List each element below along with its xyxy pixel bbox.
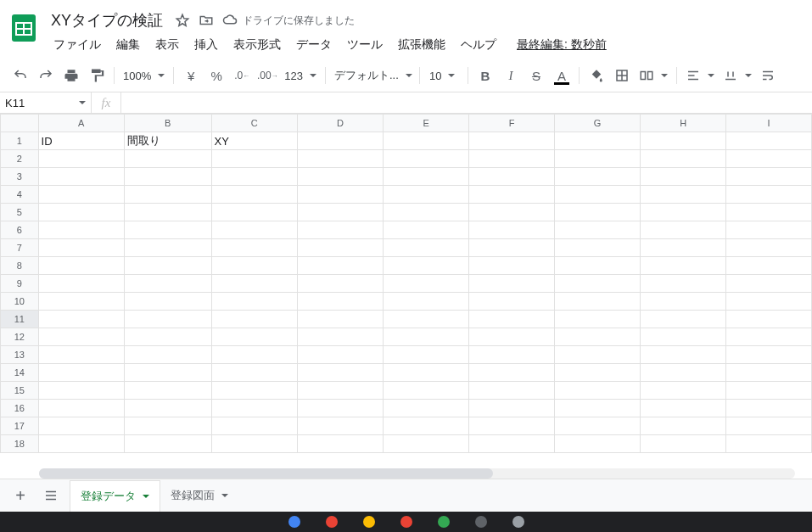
cell-B13[interactable] [124,346,211,364]
menu-表示形式[interactable]: 表示形式 [227,34,287,56]
cell-H14[interactable] [641,364,726,382]
cell-C3[interactable] [211,168,298,186]
cell-A17[interactable] [38,417,124,435]
cell-B4[interactable] [124,186,211,204]
column-header-E[interactable]: E [384,115,469,132]
add-sheet-icon[interactable]: + [8,484,32,507]
bold-icon[interactable]: B [473,64,497,87]
cell-A16[interactable] [38,400,124,417]
print-icon[interactable] [59,64,83,87]
taskbar-app-icon[interactable] [438,516,450,528]
currency-button[interactable]: ¥ [179,64,203,87]
cell-H15[interactable] [641,382,726,400]
cell-H8[interactable] [641,257,726,275]
cell-C2[interactable] [211,150,298,168]
cell-C18[interactable] [211,435,298,453]
cell-E14[interactable] [384,364,469,382]
fill-color-icon[interactable] [585,64,608,87]
cell-G14[interactable] [555,364,641,382]
cell-G11[interactable] [555,311,641,328]
cell-A4[interactable] [38,186,124,204]
taskbar-app-icon[interactable] [475,516,487,528]
cell-I18[interactable] [726,435,812,453]
cell-D6[interactable] [298,221,384,239]
cell-E1[interactable] [384,132,469,150]
cell-D11[interactable] [298,311,384,328]
cell-D4[interactable] [298,186,384,204]
cell-G10[interactable] [555,293,641,311]
row-header-4[interactable]: 4 [1,186,39,204]
cell-F11[interactable] [469,311,555,328]
cell-A5[interactable] [38,204,124,221]
cell-F16[interactable] [469,400,555,417]
cell-H3[interactable] [641,168,726,186]
cell-G13[interactable] [555,346,641,364]
cell-A7[interactable] [38,239,124,257]
cell-B9[interactable] [124,275,211,293]
row-header-12[interactable]: 12 [1,328,39,346]
cell-I6[interactable] [726,221,812,239]
cell-C17[interactable] [211,417,298,435]
row-header-8[interactable]: 8 [1,257,39,275]
cell-B3[interactable] [124,168,211,186]
cell-E3[interactable] [384,168,469,186]
all-sheets-icon[interactable] [39,484,63,507]
cell-H1[interactable] [641,132,726,150]
row-header-9[interactable]: 9 [1,275,39,293]
cell-C15[interactable] [211,382,298,400]
cell-H18[interactable] [641,435,726,453]
cell-D13[interactable] [298,346,384,364]
cell-B8[interactable] [124,257,211,275]
cell-G7[interactable] [555,239,641,257]
cell-B7[interactable] [124,239,211,257]
cell-A2[interactable] [38,150,124,168]
cell-C14[interactable] [211,364,298,382]
cell-D3[interactable] [298,168,384,186]
cell-I7[interactable] [726,239,812,257]
cell-I9[interactable] [726,275,812,293]
menu-表示[interactable]: 表示 [149,34,185,56]
cell-C7[interactable] [211,239,298,257]
cell-D7[interactable] [298,239,384,257]
column-header-G[interactable]: G [555,115,641,132]
menu-データ[interactable]: データ [290,34,338,56]
cell-F5[interactable] [469,204,555,221]
menu-挿入[interactable]: 挿入 [188,34,224,56]
cell-G4[interactable] [555,186,641,204]
cell-B11[interactable] [124,311,211,328]
cell-E18[interactable] [384,435,469,453]
cell-F12[interactable] [469,328,555,346]
row-header-15[interactable]: 15 [1,382,39,400]
name-box[interactable]: K11 [0,92,92,113]
horizontal-align-dropdown[interactable] [682,64,718,87]
cell-D2[interactable] [298,150,384,168]
text-wrap-dropdown[interactable] [757,64,779,87]
cell-F10[interactable] [469,293,555,311]
cell-F2[interactable] [469,150,555,168]
cell-G8[interactable] [555,257,641,275]
borders-icon[interactable] [610,64,634,87]
cell-A3[interactable] [38,168,124,186]
cloud-saved-icon[interactable] [222,13,238,28]
cell-H9[interactable] [641,275,726,293]
row-header-16[interactable]: 16 [1,400,39,417]
cell-C6[interactable] [211,221,298,239]
cell-H4[interactable] [641,186,726,204]
cell-C16[interactable] [211,400,298,417]
cell-D5[interactable] [298,204,384,221]
cell-F7[interactable] [469,239,555,257]
cell-H11[interactable] [641,311,726,328]
cell-H5[interactable] [641,204,726,221]
row-header-5[interactable]: 5 [1,204,39,221]
last-edit-link[interactable]: 最終編集: 数秒前 [511,34,613,56]
cell-E4[interactable] [384,186,469,204]
cell-B1[interactable]: 間取り [124,132,211,150]
cell-G1[interactable] [555,132,641,150]
cell-G18[interactable] [555,435,641,453]
move-to-icon[interactable] [199,13,214,28]
taskbar-app-icon[interactable] [512,516,524,528]
cell-I11[interactable] [726,311,812,328]
zoom-dropdown[interactable]: 100% [120,64,168,87]
cell-I3[interactable] [726,168,812,186]
cell-G17[interactable] [555,417,641,435]
